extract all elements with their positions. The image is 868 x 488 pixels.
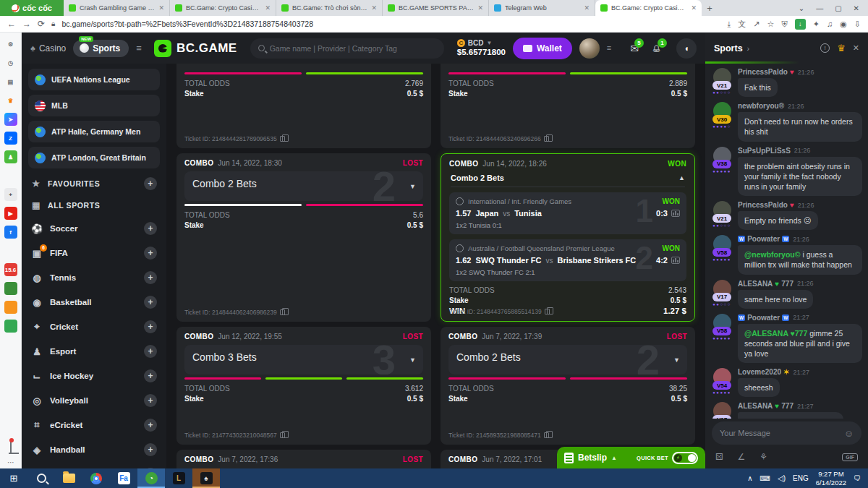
favourites-row[interactable]: ★ FAVOURITES + bbox=[28, 173, 160, 194]
bet-card[interactable]: COMBO Jun 7, 2022, 17:39 LOST 2 Combo 2 … bbox=[441, 327, 695, 445]
coccoc-brand[interactable]: cốc cốc bbox=[0, 0, 64, 16]
copy-icon[interactable] bbox=[544, 136, 549, 142]
gif-button[interactable]: GIF bbox=[842, 453, 858, 461]
chat-rules-icon[interactable]: ! bbox=[820, 43, 830, 53]
betslip-bar[interactable]: Betslip ▲ QUICK BET ⚡︎ bbox=[557, 447, 705, 468]
side-strip-icon[interactable] bbox=[4, 301, 17, 314]
profile-menu-icon[interactable]: ≡ bbox=[607, 46, 611, 51]
username[interactable]: SuPsUpPLiSsS bbox=[738, 147, 791, 155]
sport-item[interactable]: ▣6 FIFA + bbox=[28, 241, 160, 265]
emoji-picker-icon[interactable]: ☺ bbox=[844, 428, 854, 439]
chat-message[interactable]: V21 ●●○○○ PrincessPaldo ♥ 21:26 bbox=[711, 68, 862, 97]
side-strip-icon[interactable] bbox=[4, 244, 17, 257]
copy-icon[interactable] bbox=[545, 309, 550, 314]
chat-message[interactable]: V17 ●●○○○ ALESANA ♥ 777 21:27 bbox=[711, 402, 862, 419]
browser-tab[interactable]: Telegram Web ✕ bbox=[489, 0, 595, 16]
username[interactable]: Loveme2020 bbox=[738, 368, 781, 376]
search-input[interactable] bbox=[270, 44, 436, 53]
side-strip-icon[interactable]: ◷ bbox=[4, 56, 17, 69]
extensions-icon[interactable]: ✦ bbox=[813, 20, 820, 29]
notifications-button[interactable]: 🕭︎1 bbox=[652, 43, 662, 54]
combo-title-box[interactable]: 3 Combo 3 Bets ▼ bbox=[184, 345, 423, 374]
side-strip-icon[interactable]: ♟ bbox=[4, 150, 17, 163]
chat-message[interactable]: V21 ●●○○○ PrincessPaldo ♥ 21:26 bbox=[711, 201, 862, 230]
expand-sport-button[interactable]: + bbox=[144, 247, 157, 260]
bet-card[interactable]: COMBO Jun 12, 2022, 19:55 LOST 3 Combo 3… bbox=[176, 327, 431, 445]
league-of-legends-app[interactable]: L bbox=[165, 468, 192, 488]
trophy-icon[interactable]: ♛ bbox=[837, 43, 846, 53]
side-strip-icon[interactable]: ➤ bbox=[4, 113, 17, 126]
media-icon[interactable]: ♫ bbox=[827, 20, 833, 28]
downloads-icon[interactable]: ⇩ bbox=[854, 20, 861, 29]
dice-icon[interactable]: ⚄ bbox=[715, 452, 723, 462]
pinned-league-item[interactable]: ATP London, Great Britain bbox=[28, 147, 160, 168]
tab-close-icon[interactable]: ✕ bbox=[371, 4, 377, 12]
combo-title-box[interactable]: 2 Combo 2 Bets ▼ bbox=[448, 345, 687, 374]
avatar[interactable] bbox=[579, 38, 600, 59]
tab-search-icon[interactable]: ⌄ bbox=[799, 4, 804, 12]
bet-leg[interactable]: 2 Australia / Football Queensland Premie… bbox=[449, 239, 686, 281]
volume-icon[interactable]: ◁) bbox=[778, 474, 786, 482]
chevron-right-icon[interactable]: › bbox=[747, 44, 750, 53]
rules-icon[interactable]: ∠ bbox=[737, 452, 745, 462]
copy-icon[interactable] bbox=[544, 432, 549, 438]
tab-close-icon[interactable]: ✕ bbox=[477, 4, 483, 12]
sport-item[interactable]: ◈ Handball + bbox=[28, 437, 160, 462]
sport-item[interactable]: ⌖ Cricket + bbox=[28, 314, 160, 339]
mention[interactable]: @newbforyou© bbox=[744, 250, 800, 259]
minimize-button[interactable]: — bbox=[816, 4, 823, 12]
chevron-up-icon[interactable]: ▲ bbox=[678, 174, 685, 181]
inbox-button[interactable]: ✉5 bbox=[630, 43, 639, 54]
tab-close-icon[interactable]: ✕ bbox=[265, 4, 271, 12]
expand-sport-button[interactable]: + bbox=[144, 345, 157, 358]
bet-card[interactable]: TOTAL ODDS2.889 Stake0.5 $ Ticket ID: 21… bbox=[441, 64, 695, 148]
sport-item[interactable]: ◎ Volleyball + bbox=[28, 388, 160, 413]
bet-leg[interactable]: 1 International / Int. Friendly Games WO… bbox=[449, 192, 686, 234]
shield-icon[interactable]: ⛨ bbox=[781, 20, 787, 29]
new-tab-button[interactable]: + bbox=[702, 0, 718, 16]
combo-title-box[interactable]: 2 Combo 2 Bets ▼ bbox=[184, 171, 423, 201]
sport-item[interactable]: ⚽ Soccer + bbox=[28, 216, 160, 241]
bc-app[interactable]: ♠ bbox=[192, 468, 220, 488]
close-chat-icon[interactable]: ✕ bbox=[853, 43, 859, 53]
expand-sport-button[interactable]: + bbox=[144, 271, 157, 284]
all-sports-row[interactable]: ▦ ALL SPORTS bbox=[28, 194, 160, 216]
bet-card[interactable]: COMBO Jun 7, 2022, 17:36 LOST bbox=[176, 450, 431, 468]
chat-message[interactable]: V17 ●●○○○ ALESANA ♥ 777 21:26 bbox=[711, 280, 862, 309]
url-text[interactable]: bc.game/sports?bt-path=%2Fbets%3FeventId… bbox=[61, 20, 720, 28]
stats-icon[interactable] bbox=[671, 257, 680, 264]
browser-tab[interactable]: BC.Game: Trò chơi sòng bạc ✕ bbox=[276, 0, 383, 16]
side-strip-icon[interactable]: ♛ bbox=[4, 94, 17, 107]
mention[interactable]: @ Poowater bbox=[744, 417, 788, 419]
chat-message[interactable]: V54 ●●●●● Loveme2020 ✶ 21:27 bbox=[711, 368, 862, 397]
browser-tab[interactable]: BC.Game: Crypto Casino Gam ✕ bbox=[170, 0, 276, 16]
expand-sport-button[interactable]: + bbox=[144, 296, 157, 309]
side-strip-icon[interactable] bbox=[4, 169, 17, 182]
restore-button[interactable]: ▢ bbox=[835, 4, 841, 12]
forward-icon[interactable]: → bbox=[22, 19, 31, 29]
side-strip-icon[interactable]: ▶ bbox=[4, 207, 17, 220]
ticket-id[interactable]: Ticket ID: 2147743023210048567 bbox=[184, 432, 285, 439]
bet-card[interactable]: TOTAL ODDS2.769 Stake0.5 $ Ticket ID: 21… bbox=[176, 64, 431, 148]
side-strip-icon[interactable] bbox=[4, 282, 17, 295]
profile-icon[interactable]: ◉ bbox=[840, 20, 847, 29]
sport-item[interactable]: ◉ Basketball + bbox=[28, 290, 160, 314]
chevron-down-icon[interactable]: ▼ bbox=[409, 356, 416, 364]
side-strip-icon[interactable]: + bbox=[4, 188, 17, 201]
tab-close-icon[interactable]: ✕ bbox=[691, 4, 697, 12]
side-strip-icon[interactable] bbox=[4, 320, 17, 333]
username[interactable]: Poowater bbox=[747, 314, 780, 322]
reload-icon[interactable]: ⟳ bbox=[38, 19, 45, 29]
translate-icon[interactable]: 文 bbox=[738, 19, 746, 30]
chat-input[interactable] bbox=[720, 429, 840, 437]
browser-tab[interactable]: BC.GAME SPORTS PARLAYS ✕ bbox=[383, 0, 489, 16]
browser-tab[interactable]: Crash Gambling Game - BC.G ✕ bbox=[64, 0, 170, 16]
currency-selector[interactable]: C BCD ▼ $5.65771800 bbox=[457, 39, 506, 57]
coccoc-app[interactable]: ◔ bbox=[137, 468, 165, 488]
facebook-gameroom-app[interactable]: Fa bbox=[110, 468, 137, 488]
username[interactable]: newbforyou® bbox=[738, 102, 784, 110]
chat-room-title[interactable]: Sports bbox=[714, 43, 743, 53]
username[interactable]: PrincessPaldo bbox=[738, 201, 788, 209]
username[interactable]: ALESANA bbox=[738, 402, 773, 410]
copy-icon[interactable] bbox=[280, 309, 285, 315]
